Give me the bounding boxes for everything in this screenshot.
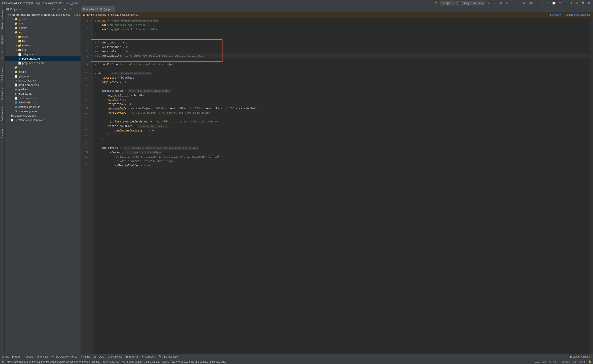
status-line-separator[interactable]: LF xyxy=(543,360,546,363)
tree-item--gradle[interactable]: ▸📁.gradle xyxy=(5,17,80,21)
tree-item-release[interactable]: ▸📁release xyxy=(5,43,80,48)
code-line[interactable] xyxy=(95,115,590,119)
more-icon[interactable]: ⋯ xyxy=(516,1,521,6)
chevron-right-icon[interactable]: ▸ xyxy=(12,71,14,73)
code-line[interactable]: testInstrumentationRunner = "androidx.te… xyxy=(95,119,590,124)
chevron-down-icon[interactable]: ▾ xyxy=(20,7,21,11)
chevron-right-icon[interactable]: ▸ xyxy=(15,44,18,47)
project-panel-title[interactable]: Project xyxy=(10,7,18,11)
tree-item-gradlew-bat[interactable]: ▶gradlew.bat xyxy=(5,91,80,96)
code-line[interactable]: release { this: ApplicationBuildType xyxy=(95,150,590,154)
code-line[interactable]: // your project's release build type. xyxy=(95,159,590,163)
status-event-icon[interactable]: ▣ xyxy=(2,360,4,363)
tree-root[interactable]: ▾ ▣ kotlin-android-starter-project [Samp… xyxy=(5,13,80,17)
hide-icon[interactable]: — xyxy=(74,7,79,12)
lock-icon[interactable]: 🔒 xyxy=(588,360,591,363)
code-line[interactable]: // Enables code shrinking, obfuscation, … xyxy=(95,154,590,159)
chevron-down-icon[interactable]: ▾ xyxy=(12,31,14,33)
select-opened-file-icon[interactable]: ⊕ xyxy=(51,7,55,12)
debug-icon[interactable]: 🐞 xyxy=(492,1,497,6)
collapse-all-icon[interactable]: ≣ xyxy=(63,7,67,12)
code-line[interactable] xyxy=(95,67,590,71)
tool-window-project[interactable]: Project xyxy=(1,35,4,45)
fold-toggle-icon[interactable]: ▾ xyxy=(90,27,93,32)
status-indent[interactable]: 4 spaces xyxy=(560,360,570,363)
code-line[interactable]: val versionMinor = 0 xyxy=(95,45,590,49)
project-tree[interactable]: ▾ ▣ kotlin-android-starter-project [Samp… xyxy=(5,12,80,354)
code-line[interactable]: } xyxy=(95,32,590,36)
code-line[interactable]: versionCode = versionMajor * 10000 + ver… xyxy=(95,106,590,110)
tab-list-icon[interactable]: ⋮ xyxy=(588,7,593,12)
tool-window-build-variants[interactable]: Build Variants xyxy=(1,106,4,123)
tool-window-commit[interactable]: Commit xyxy=(1,50,4,60)
ignore-changes-link[interactable]: Ignore these changes xyxy=(567,13,591,16)
gear-icon[interactable]: ⚙ xyxy=(68,7,73,12)
run-icon[interactable]: ▶ xyxy=(487,1,491,6)
history-icon[interactable]: 🕐 xyxy=(552,1,556,6)
code-line[interactable]: versionName = "${versionMajor}.${version… xyxy=(95,110,590,115)
breadcrumb-context[interactable]: Build_gradle xyxy=(65,2,79,5)
breadcrumb-module[interactable]: app xyxy=(36,2,40,5)
code-line[interactable]: android { this: BaseAppModuleExtension xyxy=(95,71,590,75)
code-line[interactable]: useSupportLibrary = true xyxy=(95,128,590,132)
tool-window-resource-manager[interactable]: Resource Manager xyxy=(1,8,4,30)
tree-item-external-libraries[interactable]: ▸📚External Libraries xyxy=(5,113,80,118)
git-update-icon[interactable]: ↙ xyxy=(534,1,539,6)
tree-item-build-gradle-kts[interactable]: ⚙build.gradle.kts xyxy=(5,56,80,61)
tree-item-scratches-and-consoles[interactable]: 📋Scratches and Consoles xyxy=(5,118,80,122)
chevron-right-icon[interactable]: ▸ xyxy=(8,115,10,117)
fold-toggle-icon[interactable]: ▴ xyxy=(90,45,93,49)
tree-item-readme-md[interactable]: 📘README.md xyxy=(5,100,80,105)
tree-item-app[interactable]: ▾📁app xyxy=(5,30,80,34)
fold-toggle-icon[interactable]: ▾ xyxy=(90,53,93,58)
chevron-right-icon[interactable]: ▸ xyxy=(12,27,14,29)
code-line[interactable]: buildTypes { this: NamedDomainObjectCont… xyxy=(95,146,590,150)
tree-item-proguard-rules-pro[interactable]: 📄proguard-rules.pro xyxy=(5,61,80,65)
tool-build[interactable]: 🔨Build xyxy=(81,355,90,358)
settings-icon[interactable]: ⚙ xyxy=(587,1,591,6)
breadcrumb-root[interactable]: kotlin-android-starter-project xyxy=(2,2,33,5)
tree-item-local-properties[interactable]: 📄local.properties xyxy=(5,96,80,100)
chevron-right-icon[interactable]: ▸ xyxy=(12,66,14,69)
tree-item--scripts[interactable]: ▸📁.scripts xyxy=(5,26,80,30)
status-git-branch[interactable]: main xyxy=(580,360,585,363)
git-commit-icon[interactable]: ✓ xyxy=(540,1,545,6)
profile-icon[interactable]: ◉ xyxy=(504,1,509,6)
tree-item-gradle[interactable]: ▸📁gradle xyxy=(5,70,80,74)
code-line[interactable]: vectorDrawables { this: VectorDrawables xyxy=(95,124,590,128)
code-line[interactable]: } xyxy=(95,137,590,141)
expand-all-icon[interactable]: ≡ xyxy=(57,7,61,12)
tree-item-build[interactable]: ▸📁build xyxy=(5,34,80,39)
tool-logcat[interactable]: ≡Logcat xyxy=(23,355,33,358)
device-selector[interactable]: 📱 Google Pixel 3a ▾ xyxy=(456,1,486,6)
git-push-icon[interactable]: ↗ xyxy=(546,1,550,6)
code-line[interactable]: plugins { this: PluginDependenciesSpecSc… xyxy=(95,18,590,23)
tool-git[interactable]: ⎇Git xyxy=(2,355,9,358)
build-icon[interactable]: 🔨 xyxy=(434,1,439,6)
code-line[interactable]: defaultConfig { this: ApplicationDefault… xyxy=(95,89,590,93)
tool-window-bookmarks[interactable]: Bookmarks xyxy=(1,87,4,101)
code-line[interactable] xyxy=(95,36,590,40)
status-message[interactable]: Generate Signed Bundle: App bundle(s) ge… xyxy=(7,360,532,363)
search-icon[interactable]: 🔍 xyxy=(581,1,586,6)
code-editor[interactable]: 1234567891011121314151617181920212223242… xyxy=(81,18,593,354)
code-line[interactable]: val versionPatch = 0 xyxy=(95,49,590,53)
tree-item-gradlew[interactable]: ▶gradlew xyxy=(5,87,80,91)
tree-item-settings-gradle-kts[interactable]: ⚙settings.gradle.kts xyxy=(5,105,80,109)
code-line[interactable]: id("com.android.application") xyxy=(95,23,590,27)
breadcrumb-file[interactable]: build.gradle.kts xyxy=(45,2,62,5)
tool-terminal[interactable]: ▣Terminal xyxy=(126,355,138,358)
tool-todo[interactable]: ☑TODO xyxy=(94,355,104,358)
breadcrumb[interactable]: kotlin-android-starter-project › app › ⚙… xyxy=(2,2,79,5)
fold-gutter[interactable]: ▾▴▾▾▾▴▴▾▾ xyxy=(90,18,93,354)
tree-item-libs[interactable]: 📁libs xyxy=(5,39,80,43)
fold-toggle-icon[interactable]: ▾ xyxy=(90,18,93,23)
code-line[interactable] xyxy=(95,141,590,146)
tool-run[interactable]: ▶Run xyxy=(12,355,20,358)
tree-item-src[interactable]: ▸📁src xyxy=(5,48,80,52)
undo-icon[interactable]: ↶ xyxy=(557,1,562,6)
tool-layout-inspector[interactable]: ▣Layout Inspector xyxy=(570,355,591,358)
tree-item--gitignore[interactable]: 📄.gitignore xyxy=(5,74,80,78)
code-line[interactable]: compileSdk = 33 xyxy=(95,80,590,84)
code-line[interactable]: applicationId = bundleId xyxy=(95,93,590,97)
